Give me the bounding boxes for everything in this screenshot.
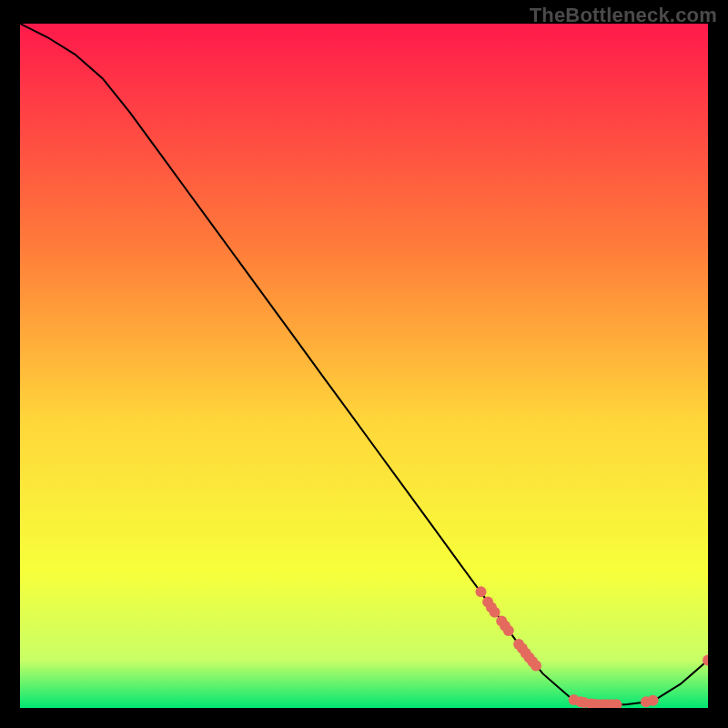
curve-marker bbox=[490, 607, 500, 618]
plot-area bbox=[20, 24, 708, 708]
curve-marker bbox=[503, 625, 514, 636]
gradient-background bbox=[20, 24, 708, 708]
curve-marker bbox=[531, 660, 541, 671]
chart-svg bbox=[20, 24, 708, 708]
chart-stage: TheBottleneck.com bbox=[0, 0, 728, 728]
curve-marker bbox=[648, 695, 659, 706]
curve-marker bbox=[476, 586, 487, 597]
